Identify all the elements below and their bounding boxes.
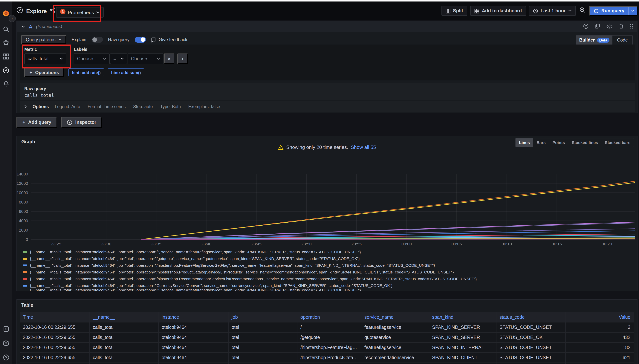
query-row-header[interactable]: A (Prometheus) bbox=[17, 21, 637, 32]
options-summary-item: Legend: Auto bbox=[55, 104, 80, 109]
sidebar-expand-button[interactable]: › bbox=[8, 15, 16, 22]
table-column-header[interactable]: service_name bbox=[362, 312, 429, 322]
explain-label: Explain bbox=[72, 37, 86, 42]
query-hint-button[interactable]: hint: add rate() bbox=[68, 68, 104, 76]
legend-item[interactable]: {__name__="calls_total", instance="otelc… bbox=[23, 289, 636, 291]
search-icon[interactable] bbox=[0, 23, 12, 35]
plus-icon: + bbox=[30, 70, 32, 75]
code-mode-button[interactable]: Code bbox=[612, 36, 632, 44]
sidebar bbox=[0, 2, 12, 364]
table-column-header[interactable]: status_code bbox=[496, 312, 566, 322]
metric-select[interactable]: calls_total bbox=[24, 54, 66, 64]
collapse-chevron-icon[interactable] bbox=[21, 25, 25, 28]
hide-query-eye-icon[interactable] bbox=[606, 24, 612, 30]
legend-item[interactable]: {__name__="calls_total", instance="otelc… bbox=[23, 268, 636, 275]
legend-item[interactable]: {__name__="calls_total", instance="otelc… bbox=[23, 282, 636, 289]
add-label-button[interactable]: + bbox=[177, 54, 188, 64]
table-row[interactable]: 2022-10-16 00:22:29.655calls_totalotelco… bbox=[20, 332, 634, 342]
query-hint-button[interactable]: hint: add sum() bbox=[108, 68, 144, 76]
svg-text:4000: 4000 bbox=[19, 218, 28, 223]
legend-item[interactable]: {__name__="calls_total", instance="otelc… bbox=[23, 255, 636, 262]
apps-icon[interactable] bbox=[0, 50, 12, 62]
add-query-button[interactable]: + Add query bbox=[16, 117, 57, 128]
table-header-row: Time__name__instancejoboperationservice_… bbox=[20, 312, 634, 322]
duplicate-query-icon[interactable] bbox=[595, 24, 600, 30]
delete-query-trash-icon[interactable] bbox=[619, 24, 624, 30]
beta-badge: Beta bbox=[597, 38, 610, 42]
time-range-picker[interactable]: Last 1 hour bbox=[529, 6, 576, 16]
run-query-button[interactable]: Run query bbox=[589, 6, 638, 16]
show-all-series-link[interactable]: Show all 55 bbox=[351, 144, 376, 150]
query-ref-id: A bbox=[29, 24, 32, 29]
chevron-down-icon bbox=[157, 58, 160, 60]
browser-edge-strip bbox=[0, 0, 639, 2]
add-to-dashboard-button[interactable]: Add to dashboard bbox=[470, 6, 526, 16]
remove-label-button[interactable]: × bbox=[164, 54, 174, 64]
table-cell: STATUS_CODE_UNSET bbox=[496, 322, 566, 332]
table-row[interactable]: 2022-10-16 00:22:29.655calls_totalotelco… bbox=[20, 322, 634, 332]
chevron-down-icon bbox=[631, 10, 634, 12]
legend-label: {__name__="calls_total", instance="otelc… bbox=[30, 283, 392, 288]
table-column-header[interactable]: job bbox=[228, 312, 298, 322]
zoom-out-icon[interactable] bbox=[579, 7, 586, 14]
query-help-icon[interactable] bbox=[583, 24, 588, 30]
table-cell: SPAN_KIND_SERVER bbox=[429, 332, 496, 342]
split-button[interactable]: Split bbox=[442, 6, 467, 16]
legend-label: {__name__="calls_total", instance="otelc… bbox=[30, 250, 361, 254]
table-column-header[interactable]: Value bbox=[566, 312, 634, 322]
table-column-header[interactable]: span_kind bbox=[429, 312, 496, 322]
settings-gear-icon[interactable] bbox=[0, 337, 12, 349]
table-cell: otel bbox=[228, 353, 298, 362]
table-cell: calls_total bbox=[90, 343, 159, 352]
time-series-chart[interactable]: 0200040006000800010000120001400023:2523:… bbox=[18, 157, 636, 247]
explain-toggle[interactable] bbox=[92, 37, 103, 43]
table-cell: featureflagservice bbox=[362, 343, 429, 352]
query-hints: hint: add rate()hint: add sum() bbox=[68, 68, 144, 76]
table-row[interactable]: 2022-10-16 00:22:29.655calls_totalotelco… bbox=[20, 352, 634, 362]
run-query-dropdown[interactable] bbox=[628, 7, 637, 15]
table-cell: 621 bbox=[566, 353, 634, 362]
svg-text:2000: 2000 bbox=[19, 228, 28, 232]
inspector-button[interactable]: Inspector bbox=[61, 117, 102, 128]
builder-mode-button[interactable]: Builder Beta bbox=[576, 36, 612, 44]
help-icon[interactable] bbox=[0, 351, 12, 363]
legend-item[interactable]: {__name__="calls_total", instance="otelc… bbox=[23, 248, 636, 255]
sign-in-icon[interactable] bbox=[0, 323, 12, 335]
page-title: Explore bbox=[26, 8, 47, 14]
share-icon[interactable] bbox=[50, 8, 55, 14]
svg-text:23:25: 23:25 bbox=[51, 242, 61, 246]
legend-color-marker bbox=[23, 251, 27, 253]
query-toolbar: Query patterns Explain Raw query Give fe… bbox=[21, 35, 633, 44]
options-summary-item: Step: auto bbox=[133, 104, 153, 109]
drag-handle-icon[interactable] bbox=[630, 24, 634, 30]
table-row[interactable]: 2022-10-16 00:22:29.655calls_totalotelco… bbox=[20, 362, 634, 364]
table-cell: otelcol:9464 bbox=[159, 363, 228, 364]
table-row[interactable]: 2022-10-16 00:22:29.655calls_totalotelco… bbox=[20, 342, 634, 352]
operations-button[interactable]: + Operations bbox=[24, 68, 64, 77]
chevron-down-icon bbox=[120, 58, 124, 60]
legend-item[interactable]: {__name__="calls_total", instance="otelc… bbox=[23, 275, 636, 282]
table-column-header[interactable]: Time bbox=[20, 312, 90, 322]
label-value-select[interactable]: Choose bbox=[128, 54, 164, 64]
svg-text:0: 0 bbox=[26, 237, 28, 242]
raw-query-toggle[interactable] bbox=[135, 37, 146, 43]
explore-compass-icon[interactable] bbox=[0, 64, 12, 76]
table-column-header[interactable]: operation bbox=[298, 312, 362, 322]
query-patterns-button[interactable]: Query patterns bbox=[21, 35, 66, 44]
editor-mode-switch: Builder Beta Code bbox=[576, 35, 633, 45]
table-column-header[interactable]: instance bbox=[159, 312, 228, 322]
chevron-down-icon bbox=[103, 58, 106, 60]
table-cell: /getquote bbox=[298, 332, 362, 342]
svg-text:23:30: 23:30 bbox=[101, 242, 111, 246]
give-feedback-link[interactable]: Give feedback bbox=[151, 37, 187, 42]
query-options-row[interactable]: Options Legend: AutoFormat: Time seriesS… bbox=[20, 102, 635, 112]
table-column-header[interactable]: __name__ bbox=[90, 312, 159, 322]
alerts-bell-icon[interactable] bbox=[0, 78, 12, 90]
label-key-select[interactable]: Choose bbox=[74, 54, 110, 64]
legend-item[interactable]: {__name__="calls_total", instance="otelc… bbox=[23, 262, 636, 268]
label-operator-select[interactable]: = bbox=[110, 54, 127, 64]
starred-icon[interactable] bbox=[0, 37, 12, 49]
table-cell: / bbox=[298, 322, 362, 332]
table-cell: quoteservice bbox=[362, 332, 429, 342]
datasource-picker[interactable]: Prometheus bbox=[56, 7, 104, 18]
